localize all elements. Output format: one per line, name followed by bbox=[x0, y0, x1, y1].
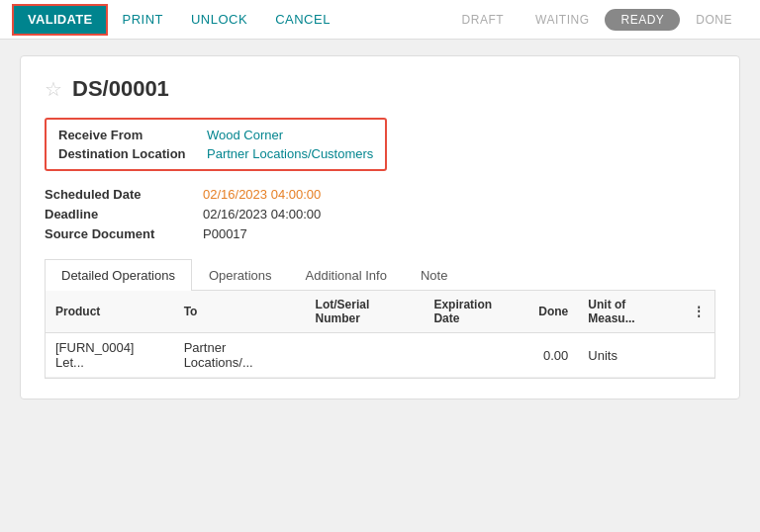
favorite-icon[interactable]: ☆ bbox=[45, 77, 62, 101]
destination-location-label: Destination Location bbox=[58, 146, 207, 161]
row-menu-icon[interactable] bbox=[683, 333, 714, 378]
tabs-bar: Detailed Operations Operations Additiona… bbox=[45, 259, 715, 291]
table-header-row: Product To Lot/Serial Number Expiration … bbox=[46, 291, 714, 333]
toolbar: VALIDATE PRINT UNLOCK CANCEL DRAFT WAITI… bbox=[0, 0, 760, 40]
cancel-button[interactable]: CANCEL bbox=[261, 4, 344, 36]
cell-lot-serial bbox=[306, 333, 425, 378]
cell-to: Partner Locations/... bbox=[174, 333, 306, 378]
receive-from-row: Receive From Wood Corner bbox=[58, 128, 373, 142]
col-menu-icon[interactable]: ⋮ bbox=[683, 291, 714, 333]
tab-detailed-operations[interactable]: Detailed Operations bbox=[45, 259, 192, 291]
col-header-expiration-date: Expiration Date bbox=[424, 291, 528, 333]
info-section: Scheduled Date 02/16/2023 04:00:00 Deadl… bbox=[45, 187, 715, 241]
cell-done: 0.00 bbox=[528, 333, 578, 378]
col-header-done: Done bbox=[528, 291, 578, 333]
status-ready: READY bbox=[605, 9, 680, 31]
cell-expiration-date bbox=[424, 333, 528, 378]
source-document-label: Source Document bbox=[45, 226, 203, 241]
col-header-lot-serial: Lot/Serial Number bbox=[306, 291, 425, 333]
deadline-value: 02/16/2023 04:00:00 bbox=[203, 207, 321, 222]
receive-from-label: Receive From bbox=[58, 128, 207, 142]
document-card: ☆ DS/00001 Receive From Wood Corner Dest… bbox=[20, 55, 740, 399]
col-header-to: To bbox=[174, 291, 306, 333]
scheduled-date-value: 02/16/2023 04:00:00 bbox=[203, 187, 321, 202]
document-title: DS/00001 bbox=[72, 76, 169, 102]
destination-location-value[interactable]: Partner Locations/Customers bbox=[207, 146, 373, 161]
title-row: ☆ DS/00001 bbox=[45, 76, 715, 102]
operations-table: Product To Lot/Serial Number Expiration … bbox=[46, 291, 714, 378]
deadline-label: Deadline bbox=[45, 207, 203, 222]
main-content: ☆ DS/00001 Receive From Wood Corner Dest… bbox=[0, 40, 760, 532]
destination-location-row: Destination Location Partner Locations/C… bbox=[58, 146, 373, 161]
highlighted-fields-box: Receive From Wood Corner Destination Loc… bbox=[45, 118, 387, 171]
status-bar: DRAFT WAITING READY DONE bbox=[446, 9, 748, 31]
source-document-row: Source Document P00017 bbox=[45, 226, 715, 241]
cell-unit-of-measure: Units bbox=[578, 333, 683, 378]
status-done: DONE bbox=[680, 9, 748, 31]
tab-note[interactable]: Note bbox=[404, 259, 464, 291]
scheduled-date-row: Scheduled Date 02/16/2023 04:00:00 bbox=[45, 187, 715, 202]
status-waiting: WAITING bbox=[520, 9, 605, 31]
print-button[interactable]: PRINT bbox=[108, 4, 177, 36]
receive-from-value[interactable]: Wood Corner bbox=[207, 128, 283, 142]
col-header-unit-of-measure: Unit of Measu... bbox=[578, 291, 683, 333]
operations-table-container: Product To Lot/Serial Number Expiration … bbox=[45, 291, 715, 379]
source-document-value: P00017 bbox=[203, 226, 247, 241]
scheduled-date-label: Scheduled Date bbox=[45, 187, 203, 202]
col-header-product: Product bbox=[46, 291, 174, 333]
cell-product: [FURN_0004] Let... bbox=[46, 333, 174, 378]
tab-additional-info[interactable]: Additional Info bbox=[289, 259, 404, 291]
table-row: [FURN_0004] Let... Partner Locations/...… bbox=[46, 333, 714, 378]
validate-button[interactable]: VALIDATE bbox=[12, 4, 108, 36]
deadline-row: Deadline 02/16/2023 04:00:00 bbox=[45, 207, 715, 222]
status-draft: DRAFT bbox=[446, 9, 521, 31]
unlock-button[interactable]: UNLOCK bbox=[177, 4, 261, 36]
tab-operations[interactable]: Operations bbox=[192, 259, 289, 291]
